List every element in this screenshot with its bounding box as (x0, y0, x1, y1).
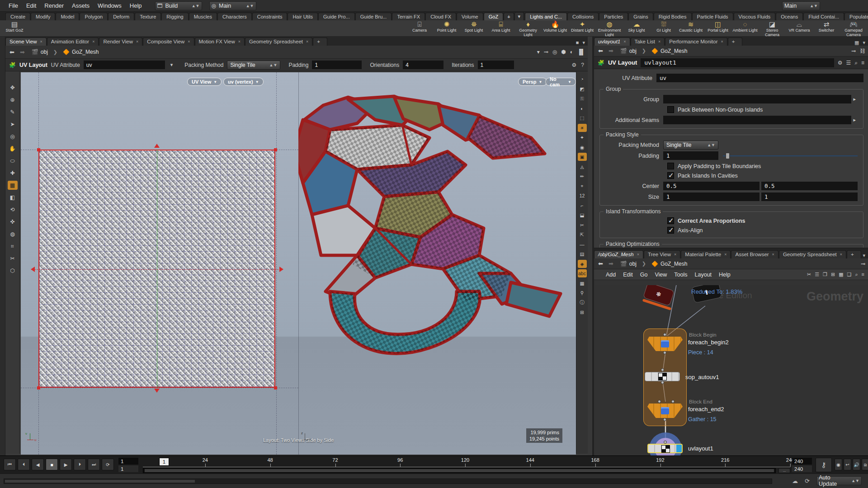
shelf-tool[interactable]: ⌻ Camera (406, 21, 433, 33)
pane-splitter[interactable] (0, 37, 5, 455)
network-menu-item[interactable]: Layout (691, 270, 716, 279)
uv-top-handle[interactable] (154, 144, 160, 148)
close-icon[interactable]: × (840, 252, 842, 257)
shelf-tab[interactable]: Texture (135, 13, 161, 20)
network-menu-item[interactable]: Tools (670, 270, 691, 279)
breadcrumb-obj[interactable]: 🎬obj (29, 48, 51, 56)
shelf-tab[interactable]: Guide Bru... (355, 13, 392, 20)
shelf-tab[interactable]: Modify (31, 13, 55, 20)
back-arrow-icon[interactable]: ⬅ (597, 47, 604, 54)
pin-icon[interactable]: ⊸ (851, 48, 856, 54)
global-start-field[interactable]: 1 (118, 465, 138, 472)
shelf-tab[interactable]: Fluid Contai... (803, 13, 844, 20)
pane-tab[interactable]: Render View× (99, 38, 142, 46)
pack-cavities-checkbox[interactable] (667, 172, 674, 179)
search-icon[interactable]: ⌕ (854, 60, 858, 66)
size-x-field[interactable]: 1 (663, 192, 760, 201)
layout-grid-icon[interactable]: ▦ (839, 272, 843, 277)
pane-menu-icon[interactable]: ▾ (863, 40, 865, 46)
network-menu-item[interactable]: View (651, 270, 670, 279)
menu-item[interactable]: Assets (68, 1, 94, 10)
center-x-field[interactable]: 0.5 (663, 182, 760, 190)
axis-align-checkbox[interactable] (667, 227, 674, 234)
pane-tab[interactable]: + (728, 38, 742, 46)
uv-attribute-field[interactable]: uv (656, 74, 863, 82)
shelf-tab[interactable]: Model (56, 13, 79, 20)
close-icon[interactable]: × (674, 252, 676, 257)
close-icon[interactable]: × (40, 39, 42, 44)
correct-area-checkbox[interactable] (667, 217, 674, 224)
network-menu-item[interactable]: Edit (619, 270, 637, 279)
shelf-tab[interactable]: Deform (108, 13, 134, 20)
desktop-combo[interactable]: 🗔 Build ▲▼ (155, 1, 202, 10)
pane-tab[interactable]: Take List× (631, 38, 665, 46)
view-type-pill[interactable]: UV View▼ (187, 78, 222, 86)
shelf-tab[interactable]: Rigid Bodies (654, 13, 692, 20)
shelf-tool[interactable]: ⛯ Spot Light (460, 21, 487, 33)
pin-icon[interactable]: ⊸ (861, 261, 865, 267)
close-icon[interactable]: × (724, 252, 726, 257)
pane-tab[interactable]: /obj/GoZ_Mesh× (594, 250, 643, 258)
pane-tab[interactable]: + (313, 38, 327, 46)
pack-nongroup-checkbox[interactable] (667, 106, 674, 113)
frame-icon[interactable]: ❐ (823, 272, 827, 277)
shelf-tab[interactable]: Particle Fluids (692, 13, 733, 20)
pane-tab[interactable]: Performance Monitor× (665, 38, 727, 46)
shade-sphere-icon[interactable]: ◐ (570, 49, 573, 55)
goz-mesh-model[interactable] (298, 90, 576, 365)
node-uvlayout1[interactable] (647, 444, 683, 453)
pane-maximize-icon[interactable]: ▦ (854, 40, 859, 46)
close-icon[interactable]: × (637, 252, 639, 257)
padding-slider[interactable] (723, 152, 858, 160)
start-goz-tool[interactable]: ▤ Start GoZ (1, 21, 28, 33)
size-y-field[interactable]: 1 (761, 192, 858, 201)
center-y-field[interactable]: 0.5 (761, 182, 858, 190)
menu-item[interactable]: File (5, 1, 22, 10)
audio-icon[interactable]: 🔊 (853, 459, 860, 470)
frame-range-slider[interactable] (143, 468, 776, 473)
takes-icon[interactable]: ↩ (844, 459, 851, 470)
shelf-tool[interactable]: 🎮 Gamepad Camera (840, 21, 867, 37)
shelf-tab[interactable]: Polygon (80, 13, 108, 20)
pane-tab[interactable]: Material Palette× (681, 250, 731, 258)
shelf-tab[interactable]: ▾ (514, 12, 524, 20)
pin-icon[interactable]: ⊸ (544, 49, 548, 55)
shelf-tool[interactable]: ≋ Caustic Light (677, 21, 704, 33)
shelf-tool[interactable]: ☁ Sky Light (623, 21, 650, 33)
auto-update-combo[interactable]: Auto Update▲▼ (816, 476, 862, 485)
pane-tab[interactable]: + (847, 250, 861, 258)
horizontal-scrollbar[interactable] (4, 479, 772, 484)
list-icon[interactable]: ☰ (815, 272, 819, 277)
pane-tab[interactable]: uvlayout1× (594, 38, 630, 46)
shelf-tool[interactable]: ⌓ VR Camera (786, 21, 813, 33)
menu-icon[interactable]: ≡ (862, 272, 864, 277)
current-frame-marker[interactable]: 1 (159, 458, 169, 466)
shelf-tab[interactable]: Oceans (776, 13, 803, 20)
shelf-tab[interactable]: Constraints (252, 13, 288, 20)
menu-icon[interactable]: ≡ (861, 60, 864, 66)
snap-cube-icon[interactable]: ⬢ (561, 49, 566, 55)
uv-attribute-input[interactable]: uv (84, 61, 165, 69)
gear-icon[interactable]: ⚙ (838, 60, 843, 66)
iterations-input[interactable]: 1 (478, 61, 514, 69)
menu-item[interactable]: Edit (22, 1, 40, 10)
notes-icon[interactable]: 🗈 (862, 459, 868, 470)
breadcrumb-node[interactable]: 🔶GoZ_Mesh (60, 48, 101, 56)
memory-icon[interactable]: ☁ (792, 478, 798, 484)
overlay-icon[interactable]: ❑ (847, 272, 852, 277)
orientations-input[interactable]: 4 (403, 61, 443, 69)
shelf-tab[interactable]: Terrain FX (392, 13, 425, 20)
menu-item[interactable]: Render (40, 1, 68, 10)
shelf-tab[interactable]: Populate Cont... (844, 13, 868, 20)
global-end-field[interactable]: 240 (792, 465, 812, 472)
persp-pill[interactable]: Persp▼ (518, 78, 547, 86)
pane-menu-icon[interactable]: ▾ (863, 253, 865, 258)
combo-arrow-icon[interactable]: ▾ (537, 49, 540, 55)
network-menu-item[interactable]: Add (602, 270, 619, 279)
motion-fx-icon[interactable]: ◉ (835, 459, 842, 470)
uv-attr-pill[interactable]: uv (vertex)▼ (223, 78, 264, 86)
back-arrow-icon[interactable]: ⬅ (597, 260, 604, 267)
pane-link-icon[interactable]: ⛓ (860, 48, 865, 54)
padding-field[interactable]: 1 (663, 151, 718, 160)
menu-item[interactable]: Windows (94, 1, 126, 10)
